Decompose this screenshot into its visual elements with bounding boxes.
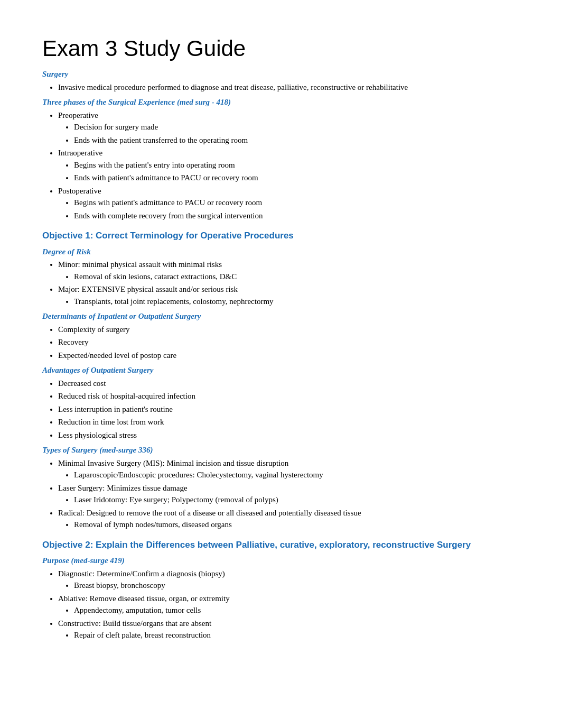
sub-list: Decision for surgery madeEnds with the p… bbox=[74, 121, 519, 146]
sub-list: Laparoscopic/Endoscopic procedures: Chol… bbox=[74, 469, 519, 481]
list-degree-of-risk: Minor: minimal physical assault with min… bbox=[58, 259, 519, 307]
heading-types-of-surgery: Types of Surgery (med-surge 336) bbox=[42, 444, 519, 456]
list-item: Appendectomy, amputation, tumor cells bbox=[74, 604, 519, 616]
list-three-phases: PreoperativeDecision for surgery madeEnd… bbox=[58, 109, 519, 222]
list-item: Expected/needed level of postop care bbox=[58, 349, 519, 362]
list-item: Minimal Invasive Surgery (MIS): Minimal … bbox=[58, 457, 519, 481]
list-item: Less physiological stress bbox=[58, 429, 519, 441]
list-item: Major: EXTENSIVE physical assault and/or… bbox=[58, 283, 519, 307]
list-item: Laser Surgery: Minimizes tissue damageLa… bbox=[58, 482, 519, 506]
list-item: Ends with the patient transferred to the… bbox=[74, 134, 519, 146]
sub-list: Removal of lymph nodes/tumors, diseased … bbox=[74, 519, 519, 531]
heading-surgery-intro: Surgery bbox=[42, 68, 519, 80]
sub-list: Breast biopsy, bronchoscopy bbox=[74, 579, 519, 592]
list-item: Diagnostic: Determine/Confirm a diagnosi… bbox=[58, 568, 519, 592]
list-item: Minor: minimal physical assault with min… bbox=[58, 259, 519, 282]
sub-list: Begins with the patient's entry into ope… bbox=[74, 159, 519, 184]
list-item: Laser Iridotomy: Eye surgery; Polypectom… bbox=[74, 494, 519, 506]
page-title: Exam 3 Study Guide bbox=[42, 32, 519, 65]
list-item: Invasive medical procedure performed to … bbox=[58, 81, 519, 94]
heading-obj1: Objective 1: Correct Terminology for Ope… bbox=[42, 229, 519, 243]
list-item: Begins wih patient's admittance to PACU … bbox=[74, 197, 519, 209]
list-purpose: Diagnostic: Determine/Confirm a diagnosi… bbox=[58, 568, 519, 641]
section-obj1: Objective 1: Correct Terminology for Ope… bbox=[42, 229, 519, 243]
list-item: Constructive: Build tissue/organs that a… bbox=[58, 618, 519, 641]
list-item: Transplants, total joint replacements, c… bbox=[74, 296, 519, 308]
sub-list: Begins wih patient's admittance to PACU … bbox=[74, 197, 519, 222]
list-item: Begins with the patient's entry into ope… bbox=[74, 159, 519, 171]
sub-list: Transplants, total joint replacements, c… bbox=[74, 296, 519, 308]
sub-list: Repair of cleft palate, breast reconstru… bbox=[74, 629, 519, 641]
list-item: Ends with patient's admittance to PACU o… bbox=[74, 172, 519, 184]
list-surgery-intro: Invasive medical procedure performed to … bbox=[58, 81, 519, 94]
list-item: IntraoperativeBegins with the patient's … bbox=[58, 147, 519, 184]
section-surgery-intro: SurgeryInvasive medical procedure perfor… bbox=[42, 68, 519, 93]
list-advantages: Decreased costReduced risk of hospital-a… bbox=[58, 377, 519, 441]
section-obj2: Objective 2: Explain the Differences bet… bbox=[42, 538, 519, 552]
list-item: PostoperativeBegins wih patient's admitt… bbox=[58, 185, 519, 222]
list-item: Repair of cleft palate, breast reconstru… bbox=[74, 629, 519, 641]
list-types-of-surgery: Minimal Invasive Surgery (MIS): Minimal … bbox=[58, 457, 519, 531]
list-item: Decreased cost bbox=[58, 377, 519, 390]
list-item: Radical: Designed to remove the root of … bbox=[58, 507, 519, 531]
heading-degree-of-risk: Degree of Risk bbox=[42, 246, 519, 258]
list-item: Laparoscopic/Endoscopic procedures: Chol… bbox=[74, 469, 519, 481]
sub-list: Removal of skin lesions, cataract extrac… bbox=[74, 271, 519, 283]
list-item: Removal of skin lesions, cataract extrac… bbox=[74, 271, 519, 283]
list-item: Ends with complete recovery from the sur… bbox=[74, 210, 519, 222]
section-degree-of-risk: Degree of RiskMinor: minimal physical as… bbox=[42, 246, 519, 308]
section-determinants: Determinants of Inpatient or Outpatient … bbox=[42, 310, 519, 361]
section-types-of-surgery: Types of Surgery (med-surge 336)Minimal … bbox=[42, 444, 519, 531]
list-item: Breast biopsy, bronchoscopy bbox=[74, 579, 519, 592]
heading-purpose: Purpose (med-surge 419) bbox=[42, 555, 519, 567]
sub-list: Laser Iridotomy: Eye surgery; Polypectom… bbox=[74, 494, 519, 506]
section-three-phases: Three phases of the Surgical Experience … bbox=[42, 96, 519, 222]
list-item: Complexity of surgery bbox=[58, 324, 519, 336]
heading-obj2: Objective 2: Explain the Differences bet… bbox=[42, 538, 519, 552]
heading-three-phases: Three phases of the Surgical Experience … bbox=[42, 96, 519, 108]
list-item: Reduction in time lost from work bbox=[58, 416, 519, 428]
sub-list: Appendectomy, amputation, tumor cells bbox=[74, 604, 519, 616]
list-item: Ablative: Remove diseased tissue, organ,… bbox=[58, 593, 519, 616]
list-determinants: Complexity of surgeryRecoveryExpected/ne… bbox=[58, 324, 519, 362]
list-item: Recovery bbox=[58, 336, 519, 348]
list-item: PreoperativeDecision for surgery madeEnd… bbox=[58, 109, 519, 146]
section-advantages: Advantages of Outpatient SurgeryDecrease… bbox=[42, 364, 519, 441]
heading-advantages: Advantages of Outpatient Surgery bbox=[42, 364, 519, 376]
list-item: Decision for surgery made bbox=[74, 121, 519, 133]
list-item: Less interruption in patient's routine bbox=[58, 403, 519, 416]
list-item: Removal of lymph nodes/tumors, diseased … bbox=[74, 519, 519, 531]
section-purpose: Purpose (med-surge 419)Diagnostic: Deter… bbox=[42, 555, 519, 641]
heading-determinants: Determinants of Inpatient or Outpatient … bbox=[42, 310, 519, 322]
list-item: Reduced risk of hospital-acquired infect… bbox=[58, 390, 519, 402]
